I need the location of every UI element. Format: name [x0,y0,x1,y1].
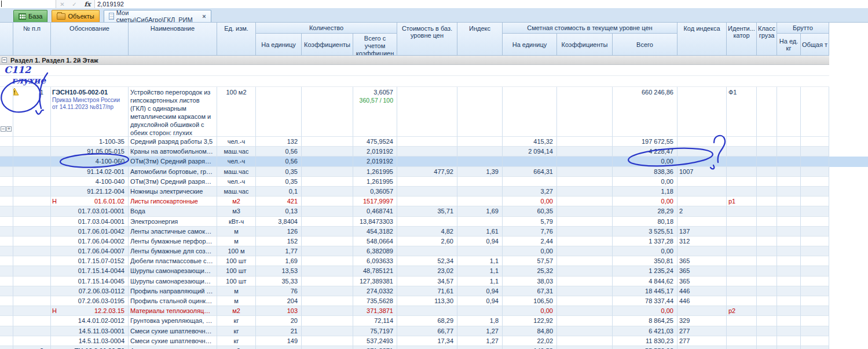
cell-qty-unit[interactable]: 421 [256,197,302,206]
cell-name[interactable]: Вода [129,206,217,216]
cell-identifier[interactable] [727,266,757,276]
cell-cur-coef[interactable] [557,246,613,256]
cell-qty-unit[interactable]: 152 [256,237,302,246]
cell-index-code[interactable]: 329 [677,316,727,326]
cell-cur-total[interactable]: 78 337,44 [613,296,677,306]
resource-row[interactable]: 14.5.11.03-0004Смеси сухие шпатлевочные … [0,336,868,346]
resource-row[interactable]: 4-100-040ОТм(Зтм) Средний разряд ма...че… [0,177,868,187]
cell-gross-unit[interactable] [777,336,801,346]
cell-cur-total[interactable]: 660 246,86 [613,87,677,137]
cell-qty-total[interactable]: 2,019192 [353,147,397,157]
cell-base-cost[interactable]: 68,29 [397,316,457,326]
cell-index[interactable] [457,177,503,187]
cell-base-cost[interactable]: 23,02 [397,266,457,276]
cell-base-cost[interactable]: 17,34 [397,336,457,346]
expand-outline-icon[interactable]: + [6,126,12,132]
cell-gross-total[interactable] [801,346,829,349]
header-unit[interactable]: Ед. изм. [217,23,256,56]
cell-identifier[interactable] [727,316,757,326]
cell-cargo[interactable] [757,256,777,266]
cell-cur-unit[interactable]: 25,32 [503,266,557,276]
cell-cur-unit[interactable]: 84,80 [503,326,557,336]
cell-num[interactable] [13,227,51,237]
cell-cur-unit[interactable]: 60,35 [503,206,557,216]
cell-qty-coef[interactable] [302,296,353,306]
cell-cargo[interactable] [757,217,777,227]
resource-row[interactable]: Н01.6.01.02Листы гипсокартонныем24211517… [0,197,868,206]
header-cargo-class[interactable]: Класс груза [757,23,777,56]
cell-qty-total[interactable]: 274,0332 [353,286,397,296]
cell-cur-total[interactable]: 838,36 [613,167,677,177]
cell-cargo[interactable] [757,246,777,256]
cell-gross-unit[interactable] [777,197,801,206]
cell-cur-total[interactable]: 0,00 [613,177,677,187]
cell-gross-unit[interactable] [777,167,801,177]
blank-row[interactable] [0,65,829,76]
cell-qty-coef[interactable] [302,277,353,286]
confirm-icon[interactable]: ✓ [72,1,76,8]
cell-gross-unit[interactable] [777,206,801,216]
cell-gross-total[interactable] [801,277,829,286]
cell-name[interactable]: Электроэнергия [129,217,217,227]
cell-qty-unit[interactable] [256,87,302,137]
position-row-1[interactable]: 1 ГЭСН10-05-002-01 Приказ Минстроя Росси… [0,87,868,137]
cell-basis[interactable]: 14.5.11.03-0001 [51,326,129,336]
cell-num[interactable] [13,137,51,147]
cell-cur-unit[interactable]: 0,00 [503,306,557,316]
cell-cargo[interactable] [757,336,777,346]
cell-gross-unit[interactable] [777,306,801,316]
cell-index[interactable] [457,217,503,227]
cell-base-cost[interactable]: 2,60 [397,237,457,246]
cell-cur-unit[interactable]: 149,58 [503,346,557,349]
cell-qty-unit[interactable]: 76 [256,286,302,296]
cell-cargo[interactable] [757,157,777,166]
cell-qty-unit[interactable]: 13,53 [256,266,302,276]
cell-basis[interactable]: 01.7.15.14-0044 [51,266,129,276]
cell-basis[interactable]: 01.7.03.01-0001 [51,206,129,216]
resource-row[interactable]: 01.7.03.01-0001Водам30,130,46874135,711,… [0,206,868,216]
cell-qty-coef[interactable] [302,286,353,296]
cell-base-cost[interactable]: 34,57 [397,277,457,286]
cell-qty-total[interactable]: 475,9524 [353,137,397,147]
cell-cur-total[interactable]: 8 864,25 [613,316,677,326]
cell-basis[interactable]: 91.14.02-001 [51,167,129,177]
cell-name[interactable]: Дюбели пластмассовые с шу... [129,256,217,266]
cell-cur-unit[interactable]: 22,02 [503,336,557,346]
cell-cur-coef[interactable] [557,157,613,166]
cell-num[interactable] [13,177,51,187]
cell-cur-coef[interactable] [557,266,613,276]
cell-index[interactable]: 1,27 [457,326,503,336]
cell-cur-total[interactable]: 80,18 [613,217,677,227]
cell-qty-unit[interactable]: 20 [256,316,302,326]
cell-gross-unit[interactable] [777,237,801,246]
cell-cur-total[interactable]: 11 830,23 [613,336,677,346]
cell-cur-coef[interactable] [557,206,613,216]
cell-index-code[interactable]: 446 [677,296,727,306]
cell-index[interactable]: 1,69 [457,206,503,216]
cell-base-cost[interactable]: 113,30 [397,296,457,306]
cell-cur-total[interactable]: 55 552,98 [613,346,677,349]
resource-row[interactable]: 01.7.06.04-0007Ленты бумажные для создан… [0,246,868,256]
cell-basis[interactable]: 01.7.03.04-0001 [51,217,129,227]
cell-basis[interactable]: 4-100-040 [51,177,129,187]
cell-cargo[interactable] [757,326,777,336]
cell-index-code[interactable] [677,306,727,316]
cell-qty-unit[interactable] [256,346,302,349]
cell-gross-unit[interactable] [777,187,801,197]
cell-gross-total[interactable] [801,266,829,276]
cell-name[interactable]: Акустическая перегородка [129,346,217,349]
cell-base-cost[interactable] [397,177,457,187]
cell-index-code[interactable] [677,137,727,147]
section-row[interactable]: − Раздел 1. Раздел 1. 2й Этаж [0,56,829,65]
cell-identifier[interactable] [727,346,757,349]
header-basis[interactable]: Обоснование [51,23,129,56]
blank-row[interactable] [0,76,829,87]
cell-index[interactable]: 1,1 [457,256,503,266]
cell-name[interactable]: Устройство перегородок из гипсокартонных… [129,87,217,137]
cell-cur-unit[interactable]: 7,76 [503,227,557,237]
cell-cur-coef[interactable] [557,237,613,246]
cell-num[interactable] [13,246,51,256]
position-row[interactable]: 2ТН-12.2.01.99-70Акустическая перегородк… [0,346,868,349]
resource-row[interactable]: 14.4.01.02-0012Грунтовка укрепляющая, гл… [0,316,868,326]
cell-name[interactable]: ОТм(Зтм) Средний разряд ма... [129,157,217,166]
